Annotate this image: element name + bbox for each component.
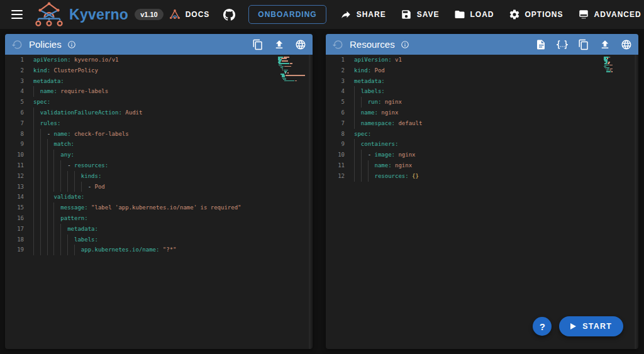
code-line[interactable]: 12kinds: [5,171,313,182]
brand-name: Kyverno [69,6,128,23]
code-line[interactable]: 16pattern: [5,213,313,224]
code-line[interactable]: 2kind: ClusterPolicy [5,65,313,76]
line-number: 8 [5,129,24,140]
code-line[interactable]: 11- resources: [5,160,313,171]
code-line[interactable]: 12resources: {} [326,171,638,182]
resources-header-actions [535,39,632,50]
code-line[interactable]: 4labels: [326,86,638,97]
start-button[interactable]: START [559,316,623,336]
copy-button[interactable] [252,39,264,50]
code-line[interactable]: 1apiVersion: v1 [326,55,638,65]
save-icon [401,9,412,20]
copy-button[interactable] [578,39,589,50]
examples-button[interactable] [295,39,306,50]
onboarding-button[interactable]: ONBOARDING [248,5,326,24]
code-text: spec: [33,97,50,108]
code-line[interactable]: 11name: nginx [326,160,638,171]
policies-editor[interactable]: 1apiVersion: kyverno.io/v12kind: Cluster… [5,55,313,349]
share-button[interactable]: SHARE [335,4,392,25]
code-line[interactable]: 9containers: [326,139,638,150]
code-line[interactable]: 3metadata: [326,76,638,87]
globe-icon [295,39,306,50]
info-button[interactable] [401,40,409,49]
globe-icon [621,39,632,50]
github-button[interactable] [218,3,240,27]
advanced-button[interactable]: ADVANCED [572,4,644,25]
code-text: message: "label 'app.kubernetes.io/name'… [33,202,242,213]
info-button[interactable] [67,40,76,49]
examples-button[interactable] [621,39,632,50]
upload-icon [274,39,285,50]
docs-button[interactable]: DOCS [164,4,216,25]
code-line[interactable]: 1apiVersion: kyverno.io/v1 [5,55,313,65]
upload-button[interactable] [274,39,285,50]
code-line[interactable]: 10- image: nginx [326,150,638,160]
console-icon [578,9,589,20]
code-line[interactable]: 4name: require-labels [5,86,313,97]
code-text: match: [33,139,74,150]
restore-button[interactable] [332,39,343,50]
code-text: kind: Pod [354,65,385,76]
line-number: 11 [5,160,24,171]
code-line[interactable]: 8- name: check-for-labels [5,129,313,140]
options-button[interactable]: OPTIONS [503,4,569,25]
code-line[interactable]: 7rules: [5,118,313,129]
code-line[interactable]: 8spec: [326,129,638,140]
code-line[interactable]: 2kind: Pod [326,65,638,76]
code-line[interactable]: 18labels: [5,235,313,245]
minimap[interactable] [278,57,313,82]
code-line[interactable]: 5run: nginx [326,97,638,108]
brand[interactable]: Kyverno v1.10 [34,2,164,27]
resources-header: Resources [326,34,638,55]
code-line[interactable]: 15message: "label 'app.kubernetes.io/nam… [5,202,313,213]
menu-button[interactable] [8,6,26,23]
code-lines: 1apiVersion: kyverno.io/v12kind: Cluster… [5,55,313,255]
panel-title: Resources [350,39,395,50]
docs-label: DOCS [186,10,210,19]
load-button[interactable]: LOAD [448,4,500,25]
code-json-icon [557,39,568,50]
line-number: 4 [5,86,24,97]
code-line[interactable]: 3metadata: [5,76,313,87]
code-line[interactable]: 10any: [5,150,313,160]
line-number: 2 [5,65,24,76]
template-button[interactable] [535,39,547,50]
code-text: labels: [33,235,98,245]
kyverno-docs-icon [169,9,180,20]
advanced-label: ADVANCED [594,10,641,19]
minimap-line [604,71,638,72]
code-line[interactable]: 9match: [5,139,313,150]
policies-header: Policies [5,34,313,55]
code-text: containers: [354,139,398,150]
upload-button[interactable] [599,39,611,50]
help-button[interactable]: ? [533,317,552,336]
minimap[interactable] [604,57,638,72]
code-text: any: [33,150,74,160]
info-icon [401,40,409,49]
line-number: 9 [5,139,24,150]
code-line[interactable]: 13- Pod [5,182,313,192]
code-text: run: nginx [354,97,402,108]
code-line[interactable]: 17metadata: [5,224,313,235]
line-number: 12 [326,171,345,182]
line-number: 2 [326,65,345,76]
resources-editor[interactable]: 1apiVersion: v12kind: Pod3metadata:4labe… [326,55,638,349]
code-line[interactable]: 7namespace: default [326,118,638,129]
code-text: apiVersion: v1 [354,55,402,65]
code-line[interactable]: 5spec: [5,97,313,108]
line-number: 8 [326,129,345,140]
code-line[interactable]: 6name: nginx [326,108,638,118]
restore-button[interactable] [11,39,23,50]
line-number: 1 [5,55,24,65]
code-line[interactable]: 14validate: [5,192,313,202]
save-button[interactable]: SAVE [395,4,445,25]
line-number: 9 [326,139,345,150]
top-nav: DOCS ONBOARDING SHARE SAVE LOAD [164,3,644,27]
gear-icon [509,9,520,20]
line-number: 1 [326,55,345,65]
code-line[interactable]: 6validationFailureAction: Audit [5,108,313,118]
panel-title: Policies [29,39,62,50]
code-line[interactable]: 19app.kubernetes.io/name: "?*" [5,245,313,255]
code-json-button[interactable] [557,39,568,50]
code-text: metadata: [33,224,98,235]
